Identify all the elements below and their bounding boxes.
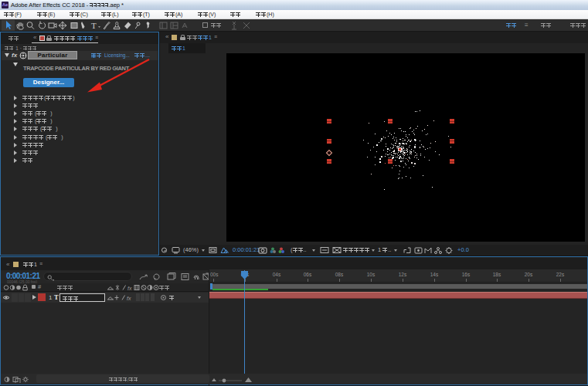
svg-text:fx: fx [127, 286, 132, 291]
svg-text:T: T [91, 21, 97, 30]
svg-text:fx: fx [127, 296, 131, 301]
